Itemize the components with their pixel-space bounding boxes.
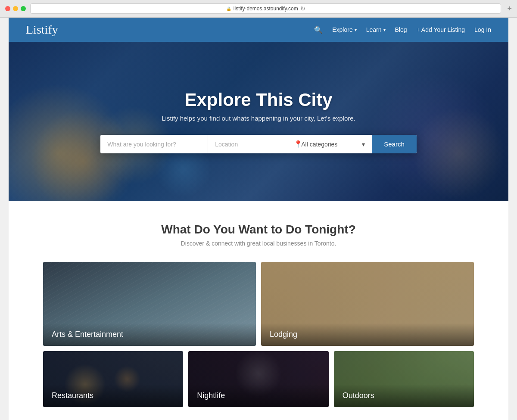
hero-content: Explore This City Listify helps you find… bbox=[162, 90, 355, 122]
site-header: Listify 🔍 Explore ▾ Learn ▾ Blog + Add Y… bbox=[9, 18, 508, 42]
category-card-lodging[interactable]: Lodging bbox=[261, 262, 474, 346]
hero-subtitle: Listify helps you find out whats happeni… bbox=[162, 115, 355, 122]
lock-icon: 🔒 bbox=[226, 6, 231, 11]
category-grid-row2: Restaurants Nightlife Outdoors bbox=[43, 351, 474, 407]
category-grid-row1: Arts & Entertainment Lodging bbox=[43, 262, 474, 346]
arts-label: Arts & Entertainment bbox=[43, 323, 256, 346]
lodging-label: Lodging bbox=[261, 323, 474, 346]
search-location-input[interactable] bbox=[215, 141, 290, 148]
hero-title: Explore This City bbox=[162, 90, 355, 110]
nav-learn[interactable]: Learn ▾ bbox=[366, 26, 386, 33]
search-button[interactable]: Search bbox=[372, 135, 417, 153]
nav-right: 🔍 Explore ▾ Learn ▾ Blog + Add Your List… bbox=[314, 26, 491, 34]
explore-chevron: ▾ bbox=[355, 28, 357, 32]
hero-section: Explore This City Listify helps you find… bbox=[9, 42, 508, 201]
search-location-wrapper: 📍 bbox=[208, 135, 294, 153]
learn-label: Learn bbox=[366, 26, 382, 33]
explore-label: Explore bbox=[332, 26, 352, 33]
browser-chrome: 🔒 listify-demos.astoundify.com ↻ + bbox=[0, 0, 517, 18]
traffic-light-green[interactable] bbox=[21, 6, 26, 11]
category-chevron-icon: ▾ bbox=[362, 141, 365, 148]
new-tab-button[interactable]: + bbox=[507, 4, 512, 13]
traffic-light-yellow[interactable] bbox=[13, 6, 18, 11]
address-bar[interactable]: 🔒 listify-demos.astoundify.com ↻ bbox=[30, 3, 501, 14]
restaurants-label: Restaurants bbox=[43, 384, 183, 407]
site-logo[interactable]: Listify bbox=[26, 23, 58, 37]
section-subtitle: Discover & connect with great local busi… bbox=[26, 240, 491, 247]
nightlife-label: Nightlife bbox=[188, 384, 328, 407]
category-card-nightlife[interactable]: Nightlife bbox=[188, 351, 328, 407]
nav-login[interactable]: Log In bbox=[474, 26, 491, 33]
category-card-arts[interactable]: Arts & Entertainment bbox=[43, 262, 256, 346]
url-text: listify-demos.astoundify.com bbox=[234, 6, 298, 12]
category-card-outdoors[interactable]: Outdoors bbox=[334, 351, 474, 407]
learn-chevron: ▾ bbox=[383, 28, 386, 32]
categories-section: What Do You Want to Do Tonight? Discover… bbox=[9, 201, 508, 420]
category-label: All categories bbox=[301, 141, 337, 148]
refresh-icon[interactable]: ↻ bbox=[300, 5, 305, 12]
section-header: What Do You Want to Do Tonight? Discover… bbox=[26, 223, 491, 247]
nav-blog[interactable]: Blog bbox=[395, 26, 407, 33]
section-title: What Do You Want to Do Tonight? bbox=[26, 223, 491, 236]
traffic-light-red[interactable] bbox=[5, 6, 10, 11]
category-card-restaurants[interactable]: Restaurants bbox=[43, 351, 183, 407]
search-bar: 📍 All categories ▾ Search bbox=[100, 135, 417, 153]
outdoors-label: Outdoors bbox=[334, 384, 474, 407]
website: Listify 🔍 Explore ▾ Learn ▾ Blog + Add Y… bbox=[9, 18, 508, 420]
nav-search-icon[interactable]: 🔍 bbox=[314, 26, 323, 34]
traffic-lights bbox=[5, 6, 26, 11]
nav-explore[interactable]: Explore ▾ bbox=[332, 26, 356, 33]
nav-add-listing[interactable]: + Add Your Listing bbox=[417, 26, 465, 33]
search-category-select[interactable]: All categories ▾ bbox=[294, 135, 372, 153]
search-what-input[interactable] bbox=[100, 135, 208, 153]
